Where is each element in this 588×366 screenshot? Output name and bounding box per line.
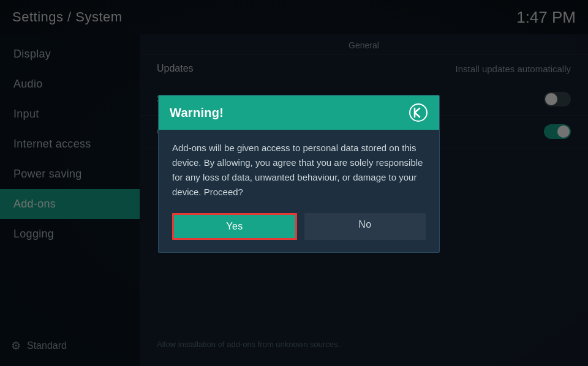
- kodi-icon: [409, 103, 428, 122]
- dialog-title: Warning!: [170, 106, 224, 120]
- yes-button[interactable]: Yes: [172, 213, 297, 240]
- warning-dialog: Warning! Add-ons will be given access to…: [158, 95, 440, 253]
- dialog-body: Add-ons will be given access to personal…: [159, 130, 439, 213]
- svg-point-0: [410, 104, 427, 121]
- dialog-header: Warning!: [159, 95, 439, 130]
- dialog-buttons: Yes No: [159, 213, 439, 252]
- no-button[interactable]: No: [304, 213, 426, 240]
